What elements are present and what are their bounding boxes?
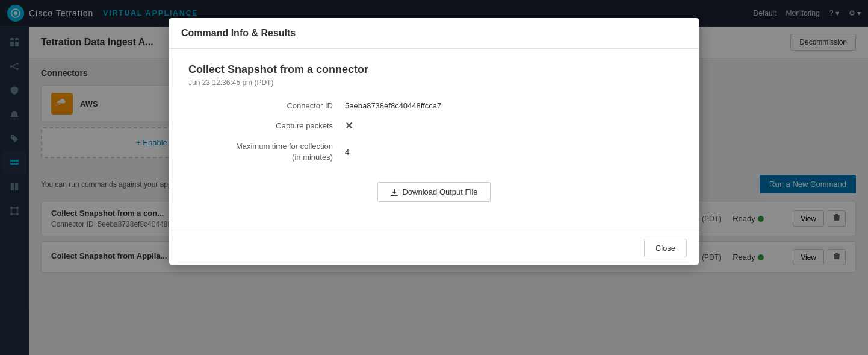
modal-header-title: Command Info & Results [181,28,296,38]
modal-body: Collect Snapshot from a connector Jun 23… [169,49,699,231]
modal: Command Info & Results Collect Snapshot … [169,18,699,265]
max-time-label: Maximum time for collection (in minutes) [188,141,345,163]
modal-fields: Connector ID 5eeba8738ef8c40448ffcca7 Ca… [188,101,680,163]
max-time-value: 4 [345,148,349,157]
modal-header: Command Info & Results [169,18,699,49]
connector-id-label: Connector ID [188,101,345,110]
close-button[interactable]: Close [644,239,687,257]
connector-id-value: 5eeba8738ef8c40448ffcca7 [345,101,441,110]
capture-packets-value: ✕ [345,120,353,131]
modal-field-max-time: Maximum time for collection (in minutes)… [188,141,680,163]
modal-overlay[interactable]: Command Info & Results Collect Snapshot … [0,0,868,355]
modal-subtitle: Jun 23 12:36:45 pm (PDT) [188,78,680,87]
download-button-label: Download Output File [402,187,477,196]
modal-download: Download Output File [188,182,680,202]
modal-section-title: Collect Snapshot from a connector [188,63,680,76]
download-output-button[interactable]: Download Output File [377,182,490,202]
capture-packets-label: Capture packets [188,121,345,130]
modal-field-connector-id: Connector ID 5eeba8738ef8c40448ffcca7 [188,101,680,110]
modal-footer: Close [169,231,699,265]
download-icon [390,188,398,196]
modal-field-capture-packets: Capture packets ✕ [188,120,680,131]
